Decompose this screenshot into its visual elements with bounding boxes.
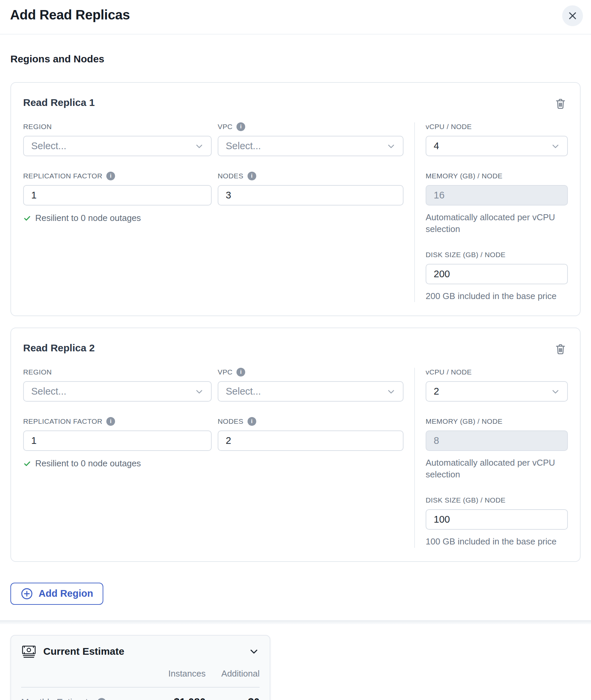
region-label: REGION (23, 123, 52, 131)
vpc-label: VPC (218, 123, 232, 131)
vpc-field: VPC i Select... (218, 122, 404, 156)
resilience-status: Resilient to 0 node outages (23, 458, 212, 469)
current-estimate-card: Current Estimate Instances Additional Mo… (10, 635, 270, 700)
plus-circle-icon (20, 587, 33, 600)
add-region-button[interactable]: Add Region (10, 583, 103, 605)
replication-factor-input[interactable] (23, 430, 212, 451)
info-icon[interactable]: i (248, 417, 256, 426)
add-region-label: Add Region (39, 588, 93, 599)
replica-1-title: Read Replica 1 (23, 97, 568, 108)
memory-label: MEMORY (GB) / NODE (426, 417, 502, 425)
vcpu-select[interactable]: 2 (426, 381, 568, 402)
estimate-divider (21, 687, 260, 688)
chevron-down-icon (386, 141, 396, 151)
check-icon (23, 460, 31, 468)
trash-icon (554, 96, 567, 111)
memory-input (426, 430, 568, 451)
memory-input (426, 185, 568, 206)
nodes-field: NODES i (218, 172, 404, 223)
vpc-select[interactable]: Select... (218, 136, 404, 156)
memory-field: MEMORY (GB) / NODE Automatically allocat… (426, 417, 568, 480)
resilience-text: Resilient to 0 node outages (35, 458, 141, 469)
disk-size-input[interactable] (426, 264, 568, 284)
chevron-down-icon (550, 387, 560, 397)
chevron-down-icon (550, 141, 560, 151)
resilience-text: Resilient to 0 node outages (35, 213, 141, 223)
info-icon[interactable]: i (106, 172, 115, 180)
nodes-input[interactable] (218, 430, 404, 451)
disk-size-input[interactable] (426, 509, 568, 530)
monthly-estimate-row: Monthly Estimate i $1,080 $0 (21, 696, 260, 700)
vcpu-select[interactable]: 4 (426, 136, 568, 156)
banknote-icon (21, 644, 37, 658)
nodes-input[interactable] (218, 185, 404, 206)
disk-size-label: DISK SIZE (GB) / NODE (426, 251, 505, 259)
region-field: REGION Select... (23, 122, 212, 156)
replica-card-2: Read Replica 2 REGION Select... (10, 328, 581, 562)
vcpu-select-value: 2 (434, 386, 439, 397)
section-divider (0, 620, 591, 624)
monthly-instances-value: $1,080 (139, 696, 206, 700)
monthly-estimate-label: Monthly Estimate (21, 697, 93, 700)
replication-factor-input[interactable] (23, 185, 212, 206)
nodes-label: NODES (218, 417, 244, 425)
replication-factor-field: REPLICATION FACTOR i Resilient to 0 node… (23, 417, 212, 469)
memory-helper-text: Automatically allocated per vCPU selecti… (426, 457, 568, 480)
vpc-label: VPC (218, 368, 232, 376)
close-button[interactable] (562, 5, 583, 26)
memory-label: MEMORY (GB) / NODE (426, 172, 502, 180)
replica-2-title: Read Replica 2 (23, 342, 568, 354)
region-select-value: Select... (31, 386, 66, 397)
nodes-field: NODES i (218, 417, 404, 469)
chevron-down-icon[interactable] (248, 646, 260, 657)
vcpu-field: vCPU / NODE 4 (426, 122, 568, 156)
delete-replica-2-button[interactable] (552, 341, 569, 357)
chevron-down-icon (194, 387, 204, 397)
page-title: Add Read Replicas (10, 7, 130, 22)
vcpu-field: vCPU / NODE 2 (426, 368, 568, 402)
delete-replica-1-button[interactable] (552, 96, 569, 112)
info-icon[interactable]: i (236, 368, 245, 376)
current-estimate-title: Current Estimate (43, 646, 241, 657)
vcpu-label: vCPU / NODE (426, 123, 472, 131)
info-icon[interactable]: i (106, 417, 115, 426)
region-select[interactable]: Select... (23, 381, 212, 402)
region-field: REGION Select... (23, 368, 212, 402)
modal-content: Regions and Nodes Read Replica 1 REGION … (0, 35, 591, 700)
region-select-value: Select... (31, 140, 66, 152)
estimate-column-headers: Instances Additional (21, 668, 260, 679)
monthly-additional-value: $0 (206, 696, 260, 700)
modal-header: Add Read Replicas (0, 0, 591, 35)
trash-icon (554, 341, 567, 357)
vpc-field: VPC i Select... (218, 368, 404, 402)
section-title: Regions and Nodes (10, 53, 581, 65)
chevron-down-icon (386, 387, 396, 397)
info-icon[interactable]: i (248, 172, 256, 180)
vcpu-select-value: 4 (434, 140, 439, 152)
region-select[interactable]: Select... (23, 136, 212, 156)
close-icon (568, 11, 578, 21)
vpc-select[interactable]: Select... (218, 381, 404, 402)
vcpu-label: vCPU / NODE (426, 368, 472, 376)
nodes-label: NODES (218, 172, 244, 180)
vpc-select-value: Select... (226, 140, 261, 152)
check-icon (23, 214, 31, 222)
disk-helper-text: 200 GB included in the base price (426, 290, 568, 302)
disk-size-label: DISK SIZE (GB) / NODE (426, 496, 505, 504)
info-icon[interactable]: i (97, 698, 106, 700)
instances-column-header: Instances (139, 668, 206, 679)
chevron-down-icon (194, 141, 204, 151)
disk-size-field: DISK SIZE (GB) / NODE 100 GB included in… (426, 496, 568, 547)
replication-factor-field: REPLICATION FACTOR i Resilient to 0 node… (23, 172, 212, 223)
memory-helper-text: Automatically allocated per vCPU selecti… (426, 212, 568, 235)
vpc-select-value: Select... (226, 386, 261, 397)
region-label: REGION (23, 368, 52, 376)
replication-factor-label: REPLICATION FACTOR (23, 417, 102, 425)
additional-column-header: Additional (206, 668, 260, 679)
disk-size-field: DISK SIZE (GB) / NODE 200 GB included in… (426, 250, 568, 302)
current-estimate-header[interactable]: Current Estimate (21, 644, 260, 658)
info-icon[interactable]: i (236, 122, 245, 131)
resilience-status: Resilient to 0 node outages (23, 213, 212, 223)
replication-factor-label: REPLICATION FACTOR (23, 172, 102, 180)
replica-card-1: Read Replica 1 REGION Select... (10, 82, 581, 316)
